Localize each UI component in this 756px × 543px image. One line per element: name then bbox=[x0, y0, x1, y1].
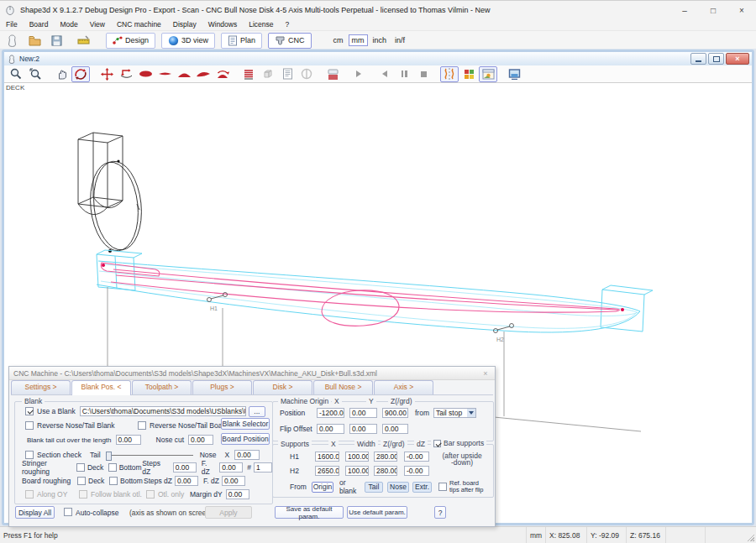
menu-board[interactable]: Board bbox=[24, 19, 55, 30]
section-slider[interactable] bbox=[106, 451, 193, 459]
child-close-button[interactable]: × bbox=[726, 53, 749, 65]
outline-view-button[interactable] bbox=[136, 66, 155, 82]
resize-grip[interactable] bbox=[744, 527, 756, 543]
flip-board-button[interactable] bbox=[213, 66, 232, 82]
menu-view[interactable]: View bbox=[84, 19, 111, 30]
scan-tool-button[interactable] bbox=[4, 34, 19, 47]
child-title-bar[interactable]: New:2 × bbox=[4, 52, 752, 65]
h1-x-field[interactable]: 1600.00 bbox=[315, 452, 339, 462]
board-position-button[interactable]: Board Position bbox=[221, 433, 270, 445]
stringer-curves-button[interactable] bbox=[440, 66, 459, 82]
preview-image-button[interactable] bbox=[479, 66, 497, 82]
stringer-steps-field[interactable]: 0.00 bbox=[173, 462, 197, 473]
menu-windows[interactable]: Windows bbox=[202, 19, 243, 30]
menu-license[interactable]: License bbox=[243, 19, 279, 30]
blank-path-field[interactable]: C:\Users\thoma\Documents\S3d models\USbl… bbox=[80, 406, 246, 416]
flip-y-field[interactable]: 0.00 bbox=[349, 424, 377, 434]
dimensions-button[interactable] bbox=[76, 34, 91, 47]
section-x-field[interactable]: 0.00 bbox=[234, 450, 260, 460]
section-check-checkbox[interactable] bbox=[25, 451, 34, 459]
margin-dy-field[interactable]: 0.00 bbox=[226, 489, 249, 499]
h1-width-field[interactable]: 100.00 bbox=[345, 452, 369, 462]
display-all-button[interactable]: Display All bbox=[15, 506, 55, 519]
from-extr-button[interactable]: Extr. bbox=[412, 482, 432, 493]
color-layers-button[interactable] bbox=[459, 66, 478, 82]
from-origin-button[interactable]: Origin bbox=[312, 482, 333, 493]
close-button[interactable]: × bbox=[727, 1, 756, 19]
play-backward-button[interactable] bbox=[375, 66, 394, 82]
stop-button[interactable] bbox=[414, 66, 433, 82]
rotate-view-button[interactable] bbox=[71, 66, 90, 82]
cnc-mode-button[interactable]: CNC bbox=[268, 33, 312, 49]
menu-mode[interactable]: Mode bbox=[54, 19, 83, 30]
flip-z-field[interactable]: 0.00 bbox=[382, 424, 408, 434]
rocker-view-button[interactable] bbox=[194, 66, 213, 82]
h1-z-field[interactable]: 280.00 bbox=[374, 452, 397, 462]
from-tail-button[interactable]: Tail bbox=[365, 482, 383, 493]
position-z-field[interactable]: 900.00 bbox=[382, 408, 408, 418]
plan-mode-button[interactable]: Plan bbox=[221, 33, 262, 49]
position-x-field[interactable]: -1200.00 bbox=[317, 408, 344, 418]
rocker-shift-button[interactable] bbox=[117, 66, 135, 82]
blank-view-button[interactable] bbox=[259, 66, 277, 82]
menu-cnc-machine[interactable]: CNC machine bbox=[111, 19, 167, 30]
apply-button[interactable]: Apply bbox=[205, 506, 252, 519]
dropdown-arrow-icon[interactable] bbox=[467, 408, 476, 418]
pause-button[interactable] bbox=[395, 66, 413, 82]
design-mode-button[interactable]: Design bbox=[106, 33, 155, 49]
tab-toolpath[interactable]: Toolpath > bbox=[132, 380, 192, 394]
unit-inch[interactable]: inch bbox=[370, 34, 391, 46]
menu-file[interactable]: File bbox=[0, 19, 24, 30]
reverse-blank-checkbox[interactable] bbox=[25, 421, 34, 430]
nose-cut-field[interactable]: 0.00 bbox=[188, 435, 213, 445]
board-bottom-checkbox[interactable] bbox=[109, 477, 118, 485]
zoom-in-button[interactable] bbox=[7, 66, 25, 82]
tail-cut-field[interactable]: 0.00 bbox=[116, 435, 141, 445]
play-forward-button[interactable] bbox=[349, 66, 368, 82]
child-restore-button[interactable] bbox=[708, 53, 724, 65]
stringer-fdz-field[interactable]: 0.00 bbox=[219, 462, 243, 473]
tab-blank-pos[interactable]: Blank Pos. < bbox=[71, 380, 131, 395]
tab-axis[interactable]: Axis > bbox=[374, 380, 433, 394]
dialog-help-button[interactable]: ? bbox=[434, 506, 446, 519]
bar-supports-checkbox[interactable] bbox=[433, 440, 441, 447]
tab-settings[interactable]: Settings > bbox=[11, 380, 71, 394]
flip-x-field[interactable]: 0.00 bbox=[317, 424, 344, 434]
along-oy-checkbox[interactable] bbox=[25, 490, 34, 499]
deck-view-button[interactable] bbox=[175, 66, 193, 82]
tab-disk[interactable]: Disk > bbox=[253, 380, 312, 394]
board-fdz-field[interactable]: 0.00 bbox=[222, 476, 245, 486]
stringer-bottom-checkbox[interactable] bbox=[108, 463, 117, 472]
h2-x-field[interactable]: 2650.00 bbox=[315, 466, 339, 476]
use-blank-checkbox[interactable] bbox=[25, 407, 34, 415]
spec-sheet-button[interactable] bbox=[278, 66, 297, 82]
fullscreen-button[interactable] bbox=[505, 66, 523, 82]
menu-display[interactable]: Display bbox=[167, 19, 202, 30]
slices-button[interactable] bbox=[239, 66, 258, 82]
board-steps-field[interactable]: 0.00 bbox=[175, 476, 198, 486]
minimize-button[interactable]: – bbox=[670, 1, 699, 19]
unit-mm[interactable]: mm bbox=[349, 34, 368, 46]
guidelines-button[interactable] bbox=[297, 66, 316, 82]
dialog-close-icon[interactable]: × bbox=[480, 369, 491, 378]
section-slider-handle[interactable] bbox=[106, 452, 112, 461]
board-deck-checkbox[interactable] bbox=[77, 477, 86, 485]
maximize-button[interactable]: □ bbox=[699, 1, 727, 19]
menu-help[interactable]: ? bbox=[280, 19, 296, 30]
h1-dz-field[interactable]: -0.00 bbox=[404, 452, 429, 462]
position-y-field[interactable]: 0.00 bbox=[349, 408, 377, 418]
h2-dz-field[interactable]: -0.00 bbox=[404, 466, 429, 476]
dialog-title-bar[interactable]: CNC Machine - C:\Users\thoma\Documents\S… bbox=[9, 367, 495, 380]
otl-only-checkbox[interactable] bbox=[146, 490, 155, 499]
title-bar[interactable]: Shape3d X 9.1.2.7 Debug Design Pro - Exp… bbox=[0, 1, 756, 19]
thickness-view-button[interactable] bbox=[155, 66, 174, 82]
from-dropdown[interactable]: Tail stop bbox=[433, 408, 476, 418]
blank-selector-button[interactable]: Blank Selector bbox=[221, 418, 270, 430]
open-button[interactable] bbox=[27, 34, 42, 47]
auto-collapse-checkbox[interactable] bbox=[64, 508, 72, 516]
unit-cm[interactable]: cm bbox=[330, 34, 347, 46]
stringer-deck-checkbox[interactable] bbox=[76, 463, 85, 472]
child-minimize-button[interactable] bbox=[690, 53, 706, 65]
ref-board-tips-checkbox[interactable] bbox=[438, 483, 447, 491]
zoom-out-button[interactable] bbox=[26, 66, 45, 82]
